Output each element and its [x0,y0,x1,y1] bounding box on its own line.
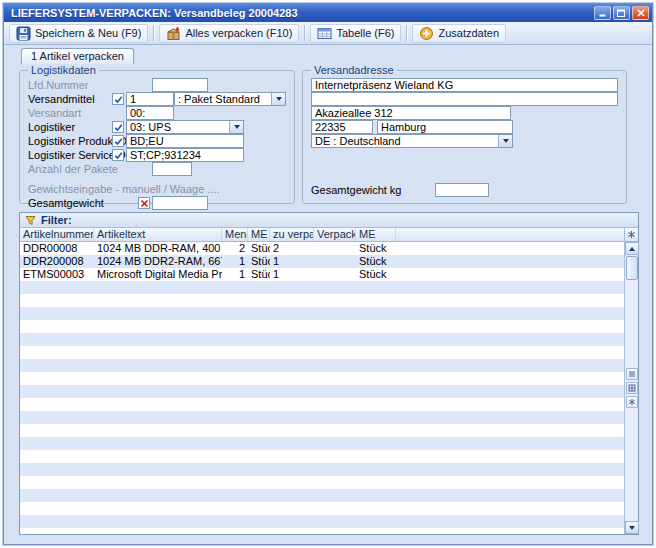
table-row[interactable]: ETMS00003 Microsoft Digital Media Pro Ke… [20,268,624,281]
titlebar[interactable]: LIEFERSYSTEM-VERPACKEN: Versandbeleg 200… [4,4,652,22]
scroll-down-button[interactable] [625,521,639,534]
column-header-verpackt[interactable]: Verpackt [314,228,356,241]
versandadresse-title: Versandadresse [311,64,397,76]
grid-options-button[interactable] [624,228,638,241]
gesamtgewicht-row: Gesamtgewicht [28,196,286,210]
serviceid-check-button[interactable] [112,149,124,161]
versandadresse-group: Versandadresse DE : Deutschla [302,64,627,204]
address-street-input[interactable] [311,106,511,120]
maximize-button[interactable] [613,6,630,20]
form-area: Logistikdaten Lfd.Nummer Versandmittel :… [19,64,627,204]
asterisk-icon [627,230,636,239]
cell-verpackt [314,268,356,281]
cell-me-2: Stück [356,255,396,268]
arrow-up-icon [629,247,635,251]
versandmittel-input[interactable] [126,92,174,106]
anzahl-pakete-input[interactable] [152,162,192,176]
minimize-icon [599,9,607,17]
gewicht-section-row: Gewichtseingabe - manuell / Waage .... [28,182,286,196]
column-header-zu-verpacken[interactable]: zu verpacke [270,228,314,241]
cell-artikelnummer: ETMS00003 [20,268,94,281]
versandart-input[interactable] [126,106,174,120]
column-header-me-1[interactable]: ME [248,228,270,241]
address-zip-city-row [311,120,618,134]
cell-zu-verpacken: 1 [270,268,314,281]
check-icon [114,123,123,132]
tab-artikel-verpacken[interactable]: 1 Artikel verpacken [21,48,134,64]
app-window: LIEFERSYSTEM-VERPACKEN: Versandbeleg 200… [3,3,653,545]
column-header-filler [396,228,624,241]
grid-tool-button-1[interactable] [626,368,638,380]
address-country-row: DE : Deutschland [311,134,618,148]
article-rows: DDR00008 1024 MB DDR-RAM, 400 MHz, PC-32… [20,242,624,534]
serviceid-input[interactable] [126,148,244,162]
asterisk-icon [628,398,636,406]
red-x-icon [140,199,149,208]
logistiker-dropdown-button[interactable] [229,121,243,133]
versandmittel-dropdown-button[interactable] [271,93,285,105]
lfd-nummer-input[interactable] [152,78,208,92]
chevron-down-icon [234,125,240,129]
country-dropdown-button[interactable] [498,135,512,147]
arrow-down-icon [629,526,635,530]
column-header-artikelnummer[interactable]: Artikelnummer [20,228,94,241]
scrollbar-thumb[interactable] [626,256,638,280]
table-row[interactable]: DDR00008 1024 MB DDR-RAM, 400 MHz, PC-32… [20,242,624,255]
versandmittel-check-button[interactable] [112,93,124,105]
anzahl-pakete-row: Anzahl der Pakete [28,162,286,176]
maximize-icon [617,9,626,17]
gesamtgewicht-input[interactable] [152,196,208,210]
logistikdaten-title: Logistikdaten [28,64,99,76]
pack-all-label: Alles verpacken (F10) [185,27,292,39]
cell-artikeltext: Microsoft Digital Media Pro Keyboard [94,268,222,281]
filter-bar: Filter: [20,213,638,228]
close-button[interactable] [632,6,649,20]
article-grid-panel: Filter: Artikelnummer Artikeltext Menge … [19,212,639,535]
filter-label: Filter: [41,214,72,226]
cell-artikelnummer: DDR00008 [20,242,94,255]
versandmittel-label: Versandmittel [28,93,112,105]
column-header-me-2[interactable]: ME [356,228,396,241]
minimize-button[interactable] [594,6,611,20]
grid-tool-button-2[interactable] [626,382,638,394]
logistiker-check-button[interactable] [112,121,124,133]
scroll-up-button[interactable] [625,242,639,255]
plus-circle-icon [419,26,434,41]
gesamtgewicht-cross-button[interactable] [138,197,150,209]
scrollbar-track[interactable] [625,280,638,366]
versandart-label: Versandart [28,107,112,119]
zusatzdaten-button[interactable]: Zusatzdaten [412,24,506,43]
cell-zu-verpacken: 2 [270,242,314,255]
pack-all-button[interactable]: Alles verpacken (F10) [159,24,299,43]
logistiker-combo[interactable]: 03: UPS [126,120,244,134]
scrollbar-track-lower[interactable] [625,410,638,521]
versandmittel-row: Versandmittel : Paket Standard [28,92,286,106]
address-weight-input[interactable] [435,183,489,197]
versandart-row: Versandart [28,106,286,120]
vertical-scrollbar[interactable] [624,242,638,534]
versandmittel-combo[interactable]: : Paket Standard [174,92,286,106]
grid-side-tools [626,366,638,410]
toolbar-separator [153,25,154,41]
grid-icon [628,384,636,392]
column-header-artikeltext[interactable]: Artikeltext [94,228,222,241]
produktid-input[interactable] [126,134,244,148]
table-icon [317,26,332,41]
table-button[interactable]: Tabelle (F6) [310,24,401,43]
address-name-input[interactable] [311,78,618,92]
address-name2-row [311,92,618,106]
table-row[interactable]: DDR200008 1024 MB DDR2-RAM, 667 MHz, PC2… [20,255,624,268]
address-city-input[interactable] [377,120,513,134]
filter-icon[interactable] [25,215,36,226]
column-header-menge[interactable]: Menge [222,228,248,241]
address-name2-input[interactable] [311,92,618,106]
grid-header: Artikelnummer Artikeltext Menge ME zu ve… [20,228,638,242]
grid-tool-button-3[interactable] [626,396,638,408]
address-zip-input[interactable] [311,120,373,134]
address-name-row [311,78,618,92]
produktid-check-button[interactable] [112,135,124,147]
tab-bar: 1 Artikel verpacken [19,48,639,64]
country-combo[interactable]: DE : Deutschland [311,134,513,148]
cell-me-2: Stück [356,242,396,255]
save-new-button[interactable]: Speichern & Neu (F9) [9,24,148,43]
